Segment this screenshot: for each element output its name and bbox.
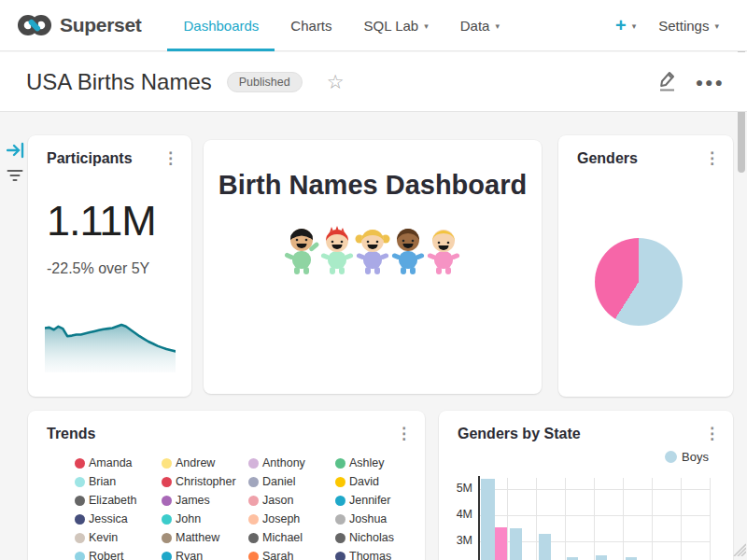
boys-legend-label: Boys [682, 450, 709, 464]
legend-item-jason[interactable]: Jason [248, 491, 335, 510]
legend-item-joshua[interactable]: Joshua [335, 510, 422, 528]
top-nav: Superset DashboardsChartsSQL Lab▾Data▾ +… [0, 0, 747, 51]
legend-dot-icon [335, 496, 345, 506]
genders-card: Genders ⋮ [558, 135, 733, 397]
legend-dot-icon [162, 458, 172, 469]
legend-name: Anthony [262, 456, 305, 469]
legend-dot-icon [162, 533, 172, 543]
legend-item-christopher[interactable]: Christopher [162, 472, 248, 491]
gridline [623, 478, 624, 560]
nav-item-charts[interactable]: Charts [275, 0, 347, 50]
legend-dot-icon [248, 552, 259, 560]
new-item-caret-icon[interactable]: ▾ [632, 21, 637, 31]
legend-dot-icon [248, 477, 259, 487]
bar-boys-3 [539, 534, 551, 560]
legend-name: Matthew [176, 531, 219, 544]
legend-item-james[interactable]: James [162, 491, 248, 510]
participants-menu-icon[interactable]: ⋮ [162, 150, 178, 166]
favorite-star-icon[interactable]: ☆ [327, 71, 345, 93]
nav-item-label: SQL Lab [364, 18, 419, 34]
legend-item-joseph[interactable]: Joseph [248, 510, 335, 528]
trends-menu-icon[interactable]: ⋮ [396, 426, 412, 441]
legend-item-thomas[interactable]: Thomas [335, 547, 422, 560]
superset-logo[interactable]: Superset [0, 0, 141, 50]
legend-dot-icon [75, 458, 85, 469]
legend-dot-icon [248, 496, 259, 506]
y-axis-tick-label: 4M [439, 508, 472, 521]
legend-dot-icon [248, 533, 259, 543]
legend-dot-icon [75, 552, 85, 560]
legend-name: Daniel [262, 475, 295, 488]
participants-card-header: Participants ⋮ [47, 150, 178, 167]
genders-menu-icon[interactable]: ⋮ [704, 150, 720, 166]
trends-card: Trends ⋮ AmandaAndrewAnthonyAshleyBrianC… [28, 411, 425, 560]
legend-dot-icon [335, 477, 345, 487]
chevron-down-icon: ▾ [424, 21, 429, 31]
more-menu-icon[interactable]: ●●● [696, 75, 725, 90]
legend-dot-icon [162, 496, 172, 506]
legend-dot-icon [335, 458, 345, 469]
expand-filter-bar-icon[interactable] [7, 141, 25, 163]
genders-by-state-menu-icon[interactable]: ⋮ [704, 426, 720, 441]
legend-item-andrew[interactable]: Andrew [162, 454, 248, 472]
settings-caret-icon[interactable]: ▾ [714, 21, 719, 31]
legend-item-anthony[interactable]: Anthony [248, 454, 335, 472]
legend-name: James [176, 494, 210, 507]
gridline [710, 478, 711, 560]
legend-item-daniel[interactable]: Daniel [248, 472, 335, 491]
nav-item-label: Dashboards [183, 18, 259, 34]
legend-item-amanda[interactable]: Amanda [75, 454, 162, 472]
nav-item-sql-lab[interactable]: SQL Lab▾ [348, 0, 444, 50]
legend-item-matthew[interactable]: Matthew [162, 528, 248, 547]
published-badge[interactable]: Published [227, 72, 303, 92]
legend-item-ashley[interactable]: Ashley [335, 454, 422, 472]
legend-name: John [176, 512, 201, 525]
legend-name: Brian [89, 475, 116, 488]
legend-dot-icon [248, 458, 259, 469]
boys-legend-dot-icon [665, 451, 677, 463]
legend-item-kevin[interactable]: Kevin [75, 528, 162, 547]
gridline [536, 478, 537, 560]
resize-handle-icon[interactable] [730, 539, 746, 556]
trends-card-title: Trends [47, 426, 95, 442]
participants-subheader: -22.5% over 5Y [47, 260, 149, 277]
bar-boys-0 [481, 479, 495, 560]
markdown-heading: Birth Names Dashboard [204, 170, 542, 201]
trends-card-header: Trends ⋮ [47, 426, 412, 442]
nav-item-data[interactable]: Data▾ [444, 0, 515, 50]
legend-item-michael[interactable]: Michael [248, 528, 335, 547]
nav-right: + ▾ Settings ▾ [615, 0, 747, 50]
legend-item-brian[interactable]: Brian [75, 472, 162, 491]
filter-icon[interactable] [7, 168, 23, 187]
legend-item-robert[interactable]: Robert [75, 547, 162, 560]
legend-name: Ryan [176, 550, 203, 560]
legend-dot-icon [335, 552, 345, 560]
legend-item-sarah[interactable]: Sarah [248, 547, 335, 560]
brand-name: Superset [60, 14, 141, 36]
legend-name: Amanda [89, 456, 133, 469]
legend-item-elizabeth[interactable]: Elizabeth [75, 491, 162, 510]
legend-item-ryan[interactable]: Ryan [162, 547, 248, 560]
legend-name: Ashley [349, 456, 385, 469]
legend-item-jennifer[interactable]: Jennifer [335, 491, 422, 510]
new-item-button[interactable]: + [615, 15, 627, 36]
settings-menu[interactable]: Settings [658, 18, 709, 34]
legend-item-david[interactable]: David [335, 472, 422, 491]
legend-item-nicholas[interactable]: Nicholas [335, 528, 422, 547]
genders-by-state-card: Genders by State ⋮ Boys 5M4M3M [439, 411, 733, 560]
genders-by-state-card-header: Genders by State ⋮ [458, 426, 720, 442]
legend-dot-icon [75, 477, 85, 487]
genders-card-title: Genders [577, 150, 638, 167]
boys-legend-item[interactable]: Boys [665, 450, 709, 464]
trends-legend: AmandaAndrewAnthonyAshleyBrianChristophe… [75, 454, 422, 560]
legend-item-john[interactable]: John [162, 510, 248, 528]
edit-pencil-icon[interactable] [656, 68, 679, 96]
superset-infinity-icon [17, 12, 52, 38]
legend-item-jessica[interactable]: Jessica [75, 510, 162, 528]
nav-menu: DashboardsChartsSQL Lab▾Data▾ [167, 0, 514, 50]
participants-big-number: 1.11M [47, 197, 156, 245]
participants-sparkline-chart [45, 311, 176, 372]
nav-item-label: Data [460, 18, 490, 34]
nav-item-dashboards[interactable]: Dashboards [167, 0, 275, 50]
genders-pie-chart [595, 238, 683, 326]
